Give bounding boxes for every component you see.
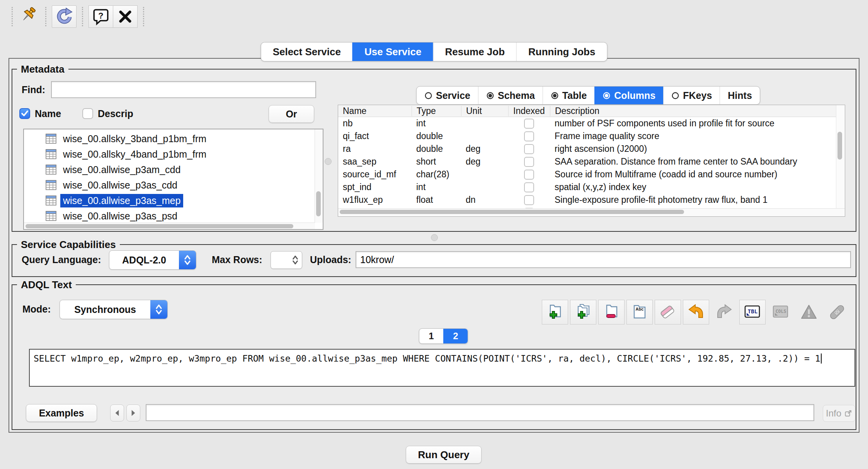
tab-running-jobs[interactable]: Running Jobs: [516, 42, 607, 61]
example-name-field[interactable]: [146, 404, 814, 421]
max-rows-spinner[interactable]: [271, 251, 302, 269]
find-input[interactable]: [51, 81, 316, 98]
table-row[interactable]: source_id_mfchar(28)Source id from Multi…: [338, 168, 836, 181]
columns-body: nbintnumber of PSF components used in pr…: [338, 117, 836, 208]
indexed-checkbox[interactable]: [524, 182, 534, 192]
svg-text:?: ?: [98, 11, 103, 20]
toolbar-separator: [82, 7, 83, 26]
tab-resume-job[interactable]: Resume Job: [433, 42, 516, 61]
table-row[interactable]: w1flux_epfloatdnSingle-exposure profile-…: [338, 194, 836, 206]
cell-name: w1flux_ep: [338, 195, 412, 205]
query-language-label: Query Language:: [22, 254, 101, 265]
indexed-checkbox[interactable]: [524, 119, 534, 129]
reload-button[interactable]: [52, 5, 77, 28]
view-tab-service[interactable]: Service: [417, 87, 478, 104]
rename-tab-button[interactable]: Abc: [626, 300, 653, 325]
column-header-type[interactable]: Type: [412, 106, 461, 116]
previous-example-button[interactable]: [110, 404, 124, 421]
tree-item[interactable]: wise_00.allwise_p3as_psd: [24, 208, 315, 223]
insert-table-name-button[interactable]: TBL: [739, 300, 766, 325]
undo-button[interactable]: [683, 300, 709, 325]
view-tab-schema[interactable]: Schema: [478, 87, 543, 104]
close-button[interactable]: [113, 5, 138, 28]
clear-text-button[interactable]: [655, 300, 681, 325]
query-language-select[interactable]: ADQL-2.0: [109, 250, 196, 270]
query-language-value: ADQL-2.0: [109, 255, 179, 266]
pin-button[interactable]: [18, 5, 40, 28]
radio-icon: [486, 92, 494, 100]
tab-use-service[interactable]: Use Service: [352, 42, 433, 61]
panel-splitter-grip[interactable]: [431, 234, 438, 241]
columns-vertical-scrollbar[interactable]: [836, 105, 845, 208]
fix-query-button[interactable]: [824, 300, 850, 325]
name-filter[interactable]: Name: [19, 106, 61, 121]
view-tab-label: FKeys: [683, 90, 712, 101]
run-query-button[interactable]: Run Query: [406, 446, 482, 464]
copy-tab-icon: [574, 303, 592, 321]
next-example-button[interactable]: [126, 404, 140, 421]
view-tab-hints[interactable]: Hints: [720, 87, 760, 104]
sheet-tab-1[interactable]: 1: [419, 329, 443, 343]
view-tab-columns[interactable]: Columns: [594, 87, 663, 104]
uploads-field[interactable]: [356, 251, 851, 268]
metadata-view-tabs: Service Schema Table Columns FKeysHints: [416, 86, 760, 105]
mode-value: Synchronous: [60, 304, 150, 315]
right-arrow-icon: [129, 409, 137, 417]
remove-tab-button[interactable]: [598, 300, 625, 325]
view-tab-fkeys[interactable]: FKeys: [663, 87, 720, 104]
adql-toolbar: Abc: [542, 300, 850, 325]
insert-column-names-button[interactable]: COLS: [768, 300, 794, 325]
redo-icon: [715, 303, 734, 321]
indexed-checkbox[interactable]: [524, 195, 534, 205]
name-checkbox[interactable]: [19, 108, 30, 119]
column-header-indexed[interactable]: Indexed: [508, 106, 550, 116]
tree-horizontal-scrollbar[interactable]: [24, 223, 315, 229]
svg-text:COLS: COLS: [776, 309, 786, 314]
table-row[interactable]: nbintnumber of PSF components used in pr…: [338, 117, 836, 130]
tree-item[interactable]: wise_00.allwise_p3as_mep: [24, 193, 315, 208]
add-tab-button[interactable]: [542, 300, 568, 325]
examples-button[interactable]: Examples: [26, 404, 97, 422]
columns-horizontal-scrollbar[interactable]: [338, 208, 845, 216]
column-header-name[interactable]: Name: [338, 106, 412, 116]
columns-horizontal-scrollbar-thumb[interactable]: [340, 210, 684, 214]
table-row[interactable]: radoubledegright ascension (J2000): [338, 143, 836, 155]
tree-vertical-scrollbar[interactable]: [315, 129, 323, 223]
indexed-checkbox[interactable]: [524, 131, 534, 141]
table-row[interactable]: qi_factdoubleFrame image quality score: [338, 130, 836, 143]
cell-type: int: [412, 182, 461, 192]
redo-button[interactable]: [711, 300, 737, 325]
parse-errors-button[interactable]: [796, 300, 822, 325]
tree-horizontal-scrollbar-thumb[interactable]: [26, 224, 293, 228]
sheet-tab-2[interactable]: 2: [443, 329, 468, 343]
columns-vertical-scrollbar-thumb[interactable]: [837, 132, 842, 160]
tab-select-service[interactable]: Select Service: [261, 42, 352, 61]
tree-item-label: wise_00.allwise_p3as_cdd: [60, 178, 180, 192]
indexed-checkbox[interactable]: [524, 157, 534, 167]
column-header-description[interactable]: Description: [550, 106, 836, 116]
tree-item[interactable]: wise_00.allsky_4band_p1bm_frm: [24, 146, 315, 162]
table-row[interactable]: saa_sepshortdegSAA separation. Distance …: [338, 155, 836, 168]
mode-select[interactable]: Synchronous: [60, 300, 168, 319]
descrip-checkbox[interactable]: [82, 108, 93, 119]
tree-item[interactable]: wise_00.allwise_p3as_cdd: [24, 177, 315, 193]
splitter-grip[interactable]: [325, 158, 332, 165]
adql-text-area[interactable]: SELECT w1mpro_ep, w2mpro_ep, w3mpro_ep F…: [29, 349, 855, 387]
name-checkbox-label: Name: [35, 108, 61, 119]
or-button[interactable]: Or: [269, 105, 314, 123]
cell-name: saa_sep: [338, 156, 412, 167]
tree-vertical-scrollbar-thumb[interactable]: [316, 191, 321, 216]
table-row[interactable]: spt_indintspatial (x,y,z) index key: [338, 181, 836, 194]
chevron-stepper-icon: [179, 251, 196, 269]
help-button[interactable]: ?: [89, 5, 113, 28]
view-tab-table[interactable]: Table: [543, 87, 594, 104]
column-header-unit[interactable]: Unit: [461, 106, 508, 116]
tree-item[interactable]: wise_00.allsky_3band_p1bm_frm: [24, 131, 315, 146]
info-button[interactable]: Info: [823, 405, 855, 422]
toolbar-separator: [12, 7, 13, 26]
tree-item[interactable]: wise_00.allwise_p3am_cdd: [24, 162, 315, 177]
copy-tab-button[interactable]: [570, 300, 596, 325]
indexed-checkbox[interactable]: [524, 170, 534, 180]
descrip-filter[interactable]: Descrip: [82, 106, 133, 121]
indexed-checkbox[interactable]: [524, 144, 534, 154]
